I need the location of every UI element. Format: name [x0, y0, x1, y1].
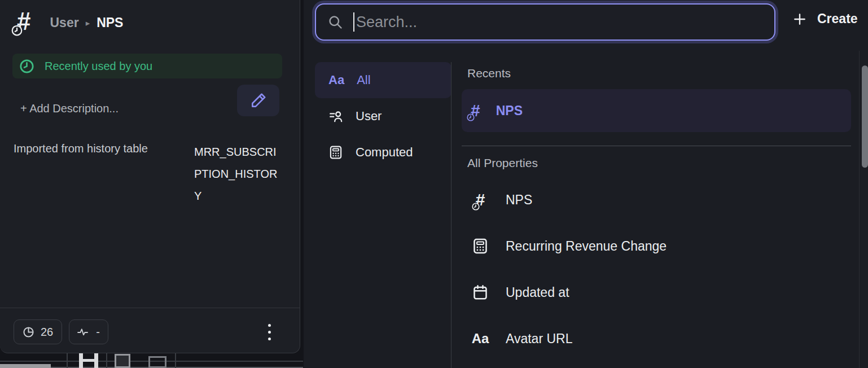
filter-label: All	[357, 73, 370, 87]
section-divider	[462, 146, 851, 146]
section-title-all-properties: All Properties	[467, 156, 851, 170]
pie-chart-icon	[22, 326, 35, 339]
plus-icon	[792, 12, 807, 27]
user-count-button[interactable]: 26	[14, 319, 62, 344]
kebab-dot	[268, 331, 271, 334]
property-source-value: MRR_SUBSCRIPTION_HISTORY	[194, 141, 283, 207]
search-placeholder: Search...	[356, 14, 417, 31]
property-item-label: NPS	[506, 192, 532, 208]
create-label: Create	[817, 11, 858, 27]
user-list-icon	[328, 109, 343, 124]
filter-column: Aa All User Computed	[315, 62, 451, 170]
number-history-icon: #	[471, 102, 480, 120]
column-divider	[451, 62, 451, 368]
user-count-value: 26	[41, 326, 53, 339]
kebab-dot	[268, 338, 271, 340]
number-history-icon: #	[17, 9, 30, 34]
filter-item-computed[interactable]: Computed	[315, 134, 451, 170]
calculator-icon	[328, 145, 343, 160]
section-title-recents: Recents	[467, 67, 851, 80]
pencil-icon	[249, 91, 268, 109]
search-icon	[327, 14, 343, 30]
number-history-icon: #	[476, 191, 485, 209]
sparkline-value: -	[96, 326, 100, 339]
calculator-icon	[472, 238, 489, 255]
more-options-button[interactable]	[263, 321, 275, 343]
background-page-fragment	[0, 353, 303, 368]
pulse-icon	[77, 327, 90, 336]
text-caret	[353, 12, 354, 32]
kebab-dot	[268, 324, 271, 327]
property-item-label: Avatar URL	[506, 331, 572, 347]
text-format-icon: Aa	[328, 74, 344, 86]
filter-item-all[interactable]: Aa All	[315, 62, 451, 98]
sparkline-button[interactable]: -	[69, 319, 108, 344]
scrollbar-thumb[interactable]	[862, 65, 868, 168]
scrollbar-track	[859, 51, 860, 368]
property-item-updated-at[interactable]: Updated at	[462, 269, 851, 316]
breadcrumb: User ▸ NPS	[50, 15, 123, 30]
property-item-recurring-revenue-change[interactable]: Recurring Revenue Change	[462, 223, 851, 269]
breadcrumb-parent[interactable]: User	[50, 15, 78, 30]
property-item-label: Recurring Revenue Change	[506, 239, 667, 254]
property-detail-panel: # User ▸ NPS Recently used by you + Add …	[0, 0, 300, 353]
clock-icon	[19, 59, 34, 74]
text-format-icon: Aa	[472, 332, 489, 345]
recently-used-label: Recently used by you	[45, 60, 152, 73]
clock-overlay-icon	[467, 113, 475, 121]
recently-used-badge: Recently used by you	[12, 54, 282, 78]
edit-description-button[interactable]	[237, 85, 279, 116]
filter-item-user[interactable]: User	[315, 98, 451, 134]
calendar-icon	[472, 284, 489, 301]
footer-divider	[0, 308, 300, 308]
clock-overlay-icon	[11, 25, 23, 36]
property-search-modal: Search... Create Aa All User	[304, 0, 868, 368]
panel-header: # User ▸ NPS	[17, 9, 123, 34]
property-source-label: Imported from history table	[14, 142, 148, 155]
add-description-button[interactable]: + Add Description...	[20, 102, 119, 115]
search-input[interactable]: Search...	[315, 3, 775, 41]
recents-item-nps[interactable]: # NPS	[462, 89, 851, 132]
filter-label: User	[356, 109, 382, 124]
property-list: # NPS	[462, 177, 851, 362]
recents-item-label: NPS	[496, 103, 523, 119]
clock-overlay-icon	[472, 203, 480, 211]
property-item-avatar-url[interactable]: Aa Avatar URL	[462, 316, 851, 362]
chevron-right-icon: ▸	[86, 18, 90, 28]
breadcrumb-current: NPS	[97, 15, 123, 30]
filter-label: Computed	[356, 145, 413, 160]
create-button[interactable]: Create	[792, 11, 858, 27]
property-item-nps[interactable]: # NPS	[462, 177, 851, 223]
property-item-label: Updated at	[506, 285, 569, 300]
results-column: Recents # NPS All Properties #	[462, 62, 851, 362]
